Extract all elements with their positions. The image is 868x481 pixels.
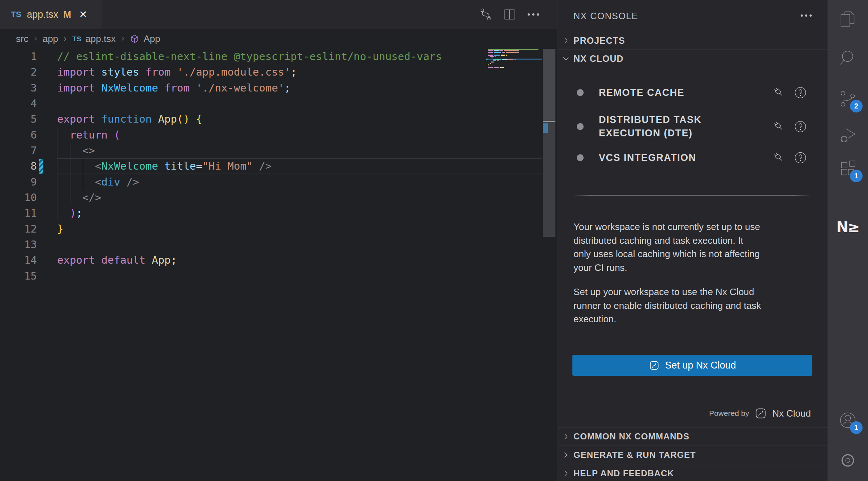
code-line-text: import styles from './app.module.css'; [37,64,297,80]
section-label: HELP AND FEEDBACK [573,468,674,478]
code-line: 11 ); [0,205,558,221]
line-number: 9 [0,174,37,190]
more-actions-icon[interactable] [799,8,814,23]
connect-icon[interactable] [772,150,786,165]
badge-count: 1 [850,170,863,182]
run-debug-icon [838,125,858,145]
breadcrumb-item-apptsx[interactable]: app.tsx [85,33,116,44]
line-number: 6 [0,127,37,143]
setup-hint-message: Set up your workspace to use the Nx Clou… [573,285,816,326]
code-editor[interactable]: 1// eslint-disable-next-line @typescript… [0,49,558,284]
activity-extensions[interactable]: 1 [828,157,868,180]
section-common-nx-commands[interactable]: COMMON NX COMMANDS [558,427,828,446]
typescript-file-icon: TS [72,35,81,43]
code-line-text: } [37,221,63,237]
section-generate-run-target[interactable]: GENERATE & RUN TARGET [558,446,828,464]
code-line: 5export function App() { [0,111,558,127]
status-dot-icon [577,123,584,130]
powered-by: Powered by Nx Cloud [709,405,811,422]
activity-search[interactable] [828,47,868,69]
code-line: 4 [0,96,558,111]
section-label: PROJECTS [573,35,625,46]
code-line: 10 </> [0,190,558,205]
section-nx-cloud[interactable]: NX CLOUD [558,50,828,67]
code-line: 8 <NxWelcome title="Hi Mom" /> [0,158,558,174]
code-line: 14export default App; [0,252,558,268]
cloud-item-distributed: DISTRIBUTED TASK EXECUTION (DTE) [558,108,828,145]
split-editor-icon[interactable] [502,7,517,22]
tab-app-tsx[interactable]: TS app.tsx M ✕ [0,0,102,29]
chevron-right-icon [562,36,570,45]
divider [572,195,812,196]
powered-by-label: Powered by [709,409,749,418]
activity-settings[interactable] [828,449,868,472]
activity-nx-console[interactable]: N≥ [828,216,868,238]
activity-run-debug[interactable] [828,124,868,146]
panel-footer-sections: COMMON NX COMMANDSGENERATE & RUN TARGETH… [558,427,828,481]
vscode-window: TS app.tsx M ✕ srcappTSapp.tsxApp 1// es… [0,0,868,481]
tab-bar: TS app.tsx M ✕ [0,0,558,29]
cloud-item-remote: REMOTE CACHE [558,81,828,104]
symbol-cube-icon [130,34,139,44]
activity-bar: 21N≥1 [828,0,868,481]
line-number: 1 [0,49,37,64]
code-line: 9 <div /> [0,174,558,190]
help-icon[interactable] [793,119,808,134]
code-line: 3import NxWelcome from './nx-welcome'; [0,80,558,96]
code-line-text: ); [37,205,82,221]
breadcrumb-item-App[interactable]: App [143,33,160,44]
breadcrumb-separator-icon [62,36,68,42]
section-projects[interactable]: PROJECTS [558,32,828,49]
breadcrumb: srcappTSapp.tsxApp [0,29,558,49]
editor-scrollbar[interactable] [543,49,555,237]
breadcrumb-item-app[interactable]: app [43,33,58,44]
code-line-text [37,268,57,284]
workspace-status-message: Your workspace is not currently set up t… [573,220,816,274]
nx-cloud-logo-icon [754,407,767,420]
activity-source-control[interactable]: 2 [828,88,868,110]
activity-explorer[interactable] [828,8,868,30]
editor-area: TS app.tsx M ✕ srcappTSapp.tsxApp 1// es… [0,0,558,481]
code-line-text: <NxWelcome title="Hi Mom" /> [37,158,272,174]
badge-count: 2 [850,100,863,112]
section-help-and-feedback[interactable]: HELP AND FEEDBACK [558,464,828,481]
code-line-text: import NxWelcome from './nx-welcome'; [37,80,291,96]
breadcrumb-item-src[interactable]: src [16,33,29,44]
section-label: GENERATE & RUN TARGET [573,450,696,460]
line-number: 12 [0,221,37,237]
typescript-file-icon: TS [11,10,21,19]
chevron-down-icon [562,54,570,63]
editor-toolbar [478,0,541,29]
minimap[interactable] [486,49,542,70]
set-up-nx-cloud-button[interactable]: Set up Nx Cloud [572,355,812,376]
connect-icon[interactable] [772,119,786,134]
line-number: 4 [0,96,37,111]
code-line-text: export function App() { [37,111,202,127]
help-icon[interactable] [793,85,808,100]
code-line-text: </> [37,190,101,205]
activity-accounts[interactable]: 1 [828,409,868,431]
overview-modified-marker [543,123,548,133]
badge-count: 1 [850,421,863,434]
connect-icon[interactable] [772,85,786,100]
help-icon[interactable] [793,150,808,165]
settings-icon [838,450,858,471]
open-changes-icon[interactable] [478,7,494,22]
chevron-right-icon [562,432,570,441]
line-number: 13 [0,237,37,252]
scrollbar-thumb[interactable] [543,49,555,121]
section-label: COMMON NX COMMANDS [573,431,689,442]
code-line-text [37,237,57,252]
more-actions-icon[interactable] [525,7,541,22]
close-tab-icon[interactable]: ✕ [79,10,87,20]
code-line: 6 return ( [0,127,558,143]
line-number: 3 [0,80,37,96]
code-line: 15 [0,268,558,284]
code-line: 13 [0,237,558,252]
chevron-right-icon [562,469,570,478]
panel-title: NX CONSOLE [573,11,638,21]
cloud-item-vcs: VCS INTEGRATION [558,146,828,169]
cloud-item-label: DISTRIBUTED TASK EXECUTION (DTE) [599,113,702,140]
cloud-item-label: VCS INTEGRATION [599,151,696,165]
setup-button-label: Set up Nx Cloud [665,360,736,371]
